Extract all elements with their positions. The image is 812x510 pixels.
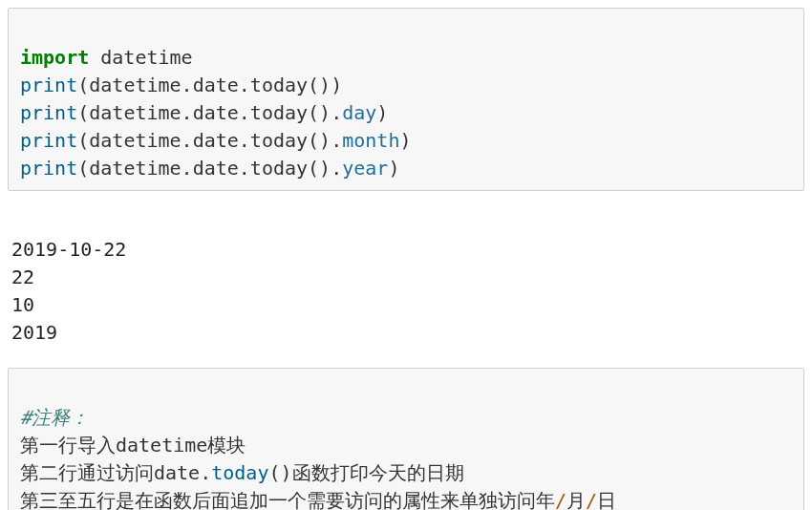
punct: () xyxy=(308,129,331,152)
comment-line-3: 第二行通过访问date.today()函数打印今天的日期 xyxy=(20,461,464,484)
punct: . xyxy=(182,74,193,96)
code-line-5: print(datetime.date.today().year) xyxy=(20,157,399,180)
punct: . xyxy=(331,157,342,180)
comment-block: #注释： 第一行导入datetime模块 第二行通过访问date.today()… xyxy=(8,368,804,510)
comment-text: 月 xyxy=(566,489,586,510)
ident-today: today xyxy=(250,101,308,124)
punct: () xyxy=(308,101,331,124)
punct: () xyxy=(268,461,291,484)
punct: ) xyxy=(376,101,388,124)
code-line-2: print(datetime.date.today()) xyxy=(20,74,342,96)
output-line-1: 2019-10-22 xyxy=(11,238,126,261)
punct: ( xyxy=(77,74,89,96)
output-line-3: 10 xyxy=(11,293,34,316)
punct: . xyxy=(331,129,342,152)
ident-date: date xyxy=(193,157,239,180)
slash-sep: / xyxy=(586,489,597,510)
comment-text: 第一行导入datetime模块 xyxy=(20,434,246,457)
code-block: import datetime print(datetime.date.toda… xyxy=(8,8,804,191)
comment-text: 第三至五行是在函数后面追加一个需要访问的属性来单独访问年 xyxy=(20,489,555,510)
comment-line-2: 第一行导入datetime模块 xyxy=(20,434,246,457)
ident-datetime: datetime xyxy=(89,101,181,124)
fn-print: print xyxy=(20,129,77,152)
ident-today: today xyxy=(250,157,308,180)
punct: ) xyxy=(399,129,411,152)
punct: ()) xyxy=(308,74,342,96)
attr-year: year xyxy=(342,157,388,180)
code-line-4: print(datetime.date.today().month) xyxy=(20,129,411,152)
module-datetime: datetime xyxy=(89,46,192,69)
punct: . xyxy=(200,461,211,484)
punct: . xyxy=(182,129,193,152)
ident-datetime: datetime xyxy=(89,74,181,96)
ident-date: date xyxy=(193,101,239,124)
punct: ( xyxy=(77,129,89,152)
punct: . xyxy=(239,157,250,180)
fn-print: print xyxy=(20,101,77,124)
punct: ( xyxy=(77,101,89,124)
slash-sep: / xyxy=(555,489,566,510)
comment-line-1: #注释： xyxy=(20,406,89,429)
code-line-1: import datetime xyxy=(20,46,193,69)
fn-print: print xyxy=(20,74,77,96)
keyword-import: import xyxy=(20,46,89,69)
output-line-4: 2019 xyxy=(11,321,57,344)
punct: () xyxy=(308,157,331,180)
ident-datetime: datetime xyxy=(89,157,181,180)
ident-today: today xyxy=(250,129,308,152)
fn-print: print xyxy=(20,157,77,180)
ident-date: date xyxy=(193,74,239,96)
attr-day: day xyxy=(342,101,376,124)
punct: . xyxy=(331,101,342,124)
output-block: 2019-10-22 22 10 2019 xyxy=(8,202,804,356)
punct: ) xyxy=(388,157,399,180)
ident-today: today xyxy=(250,74,308,96)
attr-month: month xyxy=(342,129,399,152)
punct: . xyxy=(182,157,193,180)
comment-text: 日 xyxy=(597,489,616,510)
punct: . xyxy=(239,101,250,124)
comment-text: 函数打印今天的日期 xyxy=(292,461,464,484)
ident-date: date xyxy=(193,129,239,152)
comment-marker: #注释： xyxy=(20,406,89,429)
ident-datetime: datetime xyxy=(89,129,181,152)
punct: . xyxy=(239,129,250,152)
code-line-3: print(datetime.date.today().day) xyxy=(20,101,388,124)
punct: ( xyxy=(77,157,89,180)
punct: . xyxy=(182,101,193,124)
fn-today-ref: today xyxy=(211,461,268,484)
comment-line-4: 第三至五行是在函数后面追加一个需要访问的属性来单独访问年/月/日 xyxy=(20,489,616,510)
comment-text: 第二行通过访问date xyxy=(20,461,200,484)
punct: . xyxy=(239,74,250,96)
output-line-2: 22 xyxy=(11,266,34,288)
